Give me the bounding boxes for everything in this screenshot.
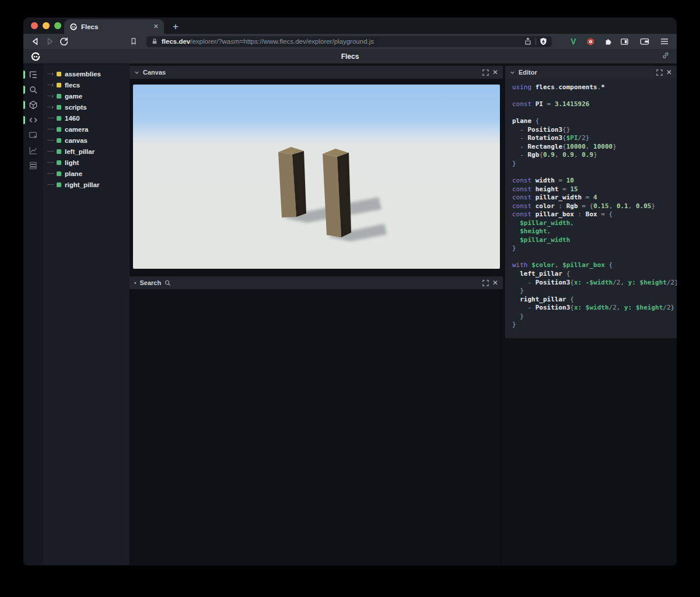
- brave-shield-icon[interactable]: [540, 37, 547, 45]
- minimize-window-button[interactable]: [43, 22, 50, 29]
- menu-icon[interactable]: [659, 36, 670, 47]
- code-line: left_pillar {: [512, 270, 670, 279]
- code-line: - Rectangle{10000, 10000}: [512, 143, 670, 152]
- back-button[interactable]: [29, 35, 43, 48]
- queries-icon[interactable]: [23, 158, 43, 173]
- code-line: using flecs.components.*: [512, 83, 670, 92]
- expand-icon[interactable]: [482, 69, 489, 76]
- close-icon[interactable]: ✕: [492, 68, 498, 76]
- expand-chevron-icon[interactable]: ›: [47, 93, 56, 99]
- tree-item-canvas[interactable]: canvas: [43, 135, 130, 146]
- code-line: }: [512, 321, 670, 329]
- canvas-panel-header[interactable]: Canvas ✕: [130, 66, 503, 79]
- tree-item-right_pillar[interactable]: right_pillar: [43, 179, 130, 190]
- tree-item-1460[interactable]: 1460: [43, 113, 130, 124]
- code-line: right_pillar {: [512, 296, 670, 304]
- wallet-icon[interactable]: [639, 36, 650, 47]
- browser-tab-flecs[interactable]: Flecs ✕: [64, 19, 164, 34]
- code-line: }: [512, 244, 670, 253]
- reload-button[interactable]: [57, 35, 71, 48]
- vue-devtools-icon[interactable]: V: [568, 36, 579, 47]
- code-line: with $color, $pillar_box {: [512, 261, 670, 270]
- code-line: const color : Rgb = {0.15, 0.1, 0.05}: [512, 202, 670, 211]
- tree-item-assemblies[interactable]: ›assemblies: [43, 68, 130, 79]
- tree-item-light[interactable]: light: [43, 157, 130, 168]
- flecs-logo[interactable]: [30, 51, 41, 62]
- entity-color-square: [57, 72, 61, 76]
- tree-guide: [47, 140, 56, 141]
- adblock-extension-icon[interactable]: [584, 36, 596, 47]
- entity-color-square: [57, 138, 61, 143]
- chevron-down-icon[interactable]: [510, 70, 515, 75]
- tree-item-label: assemblies: [65, 71, 101, 78]
- share-link-icon[interactable]: [662, 51, 670, 62]
- code-line: [512, 253, 670, 262]
- tree-guide: [47, 129, 56, 129]
- expand-icon[interactable]: [656, 69, 663, 76]
- url-domain: flecs.dev: [162, 38, 190, 45]
- tree-item-flecs[interactable]: ›flecs: [43, 79, 130, 90]
- forward-button[interactable]: [43, 35, 57, 48]
- entity-color-square: [57, 160, 61, 165]
- sidebar-icon[interactable]: [618, 36, 630, 47]
- code-line: $height,: [512, 227, 670, 236]
- code-line: - Position3{x: -$width/2, y: $height/2}: [512, 279, 670, 287]
- entity-color-square: [57, 105, 61, 110]
- expand-chevron-icon[interactable]: ›: [47, 104, 56, 110]
- code-line: - Position3{x: $width/2, y: $height/2}: [512, 304, 670, 312]
- entity-color-square: [57, 116, 61, 121]
- close-icon[interactable]: ✕: [666, 68, 672, 76]
- editor-panel-header[interactable]: Editor ✕: [505, 66, 677, 79]
- 3d-scene[interactable]: [133, 85, 500, 269]
- code-line: $pillar_width,: [512, 219, 670, 228]
- tree-item-plane[interactable]: plane: [43, 168, 130, 179]
- bookmark-icon[interactable]: [127, 35, 141, 48]
- entities-icon[interactable]: [23, 97, 43, 113]
- close-window-button[interactable]: [31, 22, 38, 29]
- entity-tree-icon[interactable]: [23, 67, 43, 82]
- maximize-window-button[interactable]: [54, 22, 61, 29]
- expand-icon[interactable]: [482, 280, 489, 286]
- share-icon[interactable]: [524, 37, 532, 45]
- tree-item-label: flecs: [65, 82, 80, 89]
- code-line: const width = 10: [512, 177, 670, 185]
- tree-item-left_pillar[interactable]: left_pillar: [43, 146, 130, 157]
- search-panel-title: Search: [140, 279, 162, 286]
- tree-item-scripts[interactable]: ›scripts: [43, 101, 130, 113]
- tab-title: Flecs: [81, 23, 150, 30]
- page-title: Flecs: [23, 52, 677, 61]
- extensions-puzzle-icon[interactable]: [601, 36, 613, 47]
- code-line: - Rotation3{$PI/2}: [512, 134, 670, 143]
- chevron-down-icon[interactable]: [134, 70, 139, 75]
- traffic-lights: [31, 22, 61, 29]
- code-editor[interactable]: using flecs.components.* const PI = 3.14…: [505, 79, 677, 338]
- entity-color-square: [57, 182, 61, 187]
- search-icon: [164, 280, 171, 286]
- entity-color-square: [57, 149, 61, 154]
- tree-item-game[interactable]: ›game: [43, 90, 130, 101]
- new-tab-button[interactable]: +: [173, 21, 178, 33]
- url-bar[interactable]: flecs.dev/explorer/?wasm=https://www.fle…: [146, 36, 552, 47]
- tree-item-label: camera: [65, 126, 88, 133]
- code-icon[interactable]: [23, 113, 43, 128]
- left-icon-rail: [23, 64, 43, 565]
- code-line: const height = 15: [512, 185, 670, 194]
- expand-chevron-icon[interactable]: ›: [47, 82, 56, 87]
- search-panel-header[interactable]: • Search ✕: [130, 276, 503, 289]
- tree-item-label: canvas: [65, 137, 88, 144]
- entity-color-square: [57, 83, 61, 87]
- main-area: Canvas ✕: [130, 64, 677, 565]
- statistics-icon[interactable]: [23, 143, 43, 158]
- canvas-select-icon[interactable]: [23, 128, 43, 143]
- expand-chevron-icon[interactable]: ›: [47, 71, 56, 76]
- search-icon[interactable]: [23, 82, 43, 97]
- canvas-viewport[interactable]: [133, 85, 500, 269]
- entity-color-square: [57, 94, 61, 99]
- tree-item-camera[interactable]: camera: [43, 124, 130, 135]
- code-line: - Position3{}: [512, 126, 670, 135]
- search-results-area[interactable]: [130, 289, 503, 564]
- tab-close-icon[interactable]: ✕: [153, 23, 159, 30]
- close-icon[interactable]: ✕: [492, 279, 498, 287]
- tree-item-label: light: [65, 159, 79, 166]
- editor-panel-title: Editor: [519, 69, 537, 76]
